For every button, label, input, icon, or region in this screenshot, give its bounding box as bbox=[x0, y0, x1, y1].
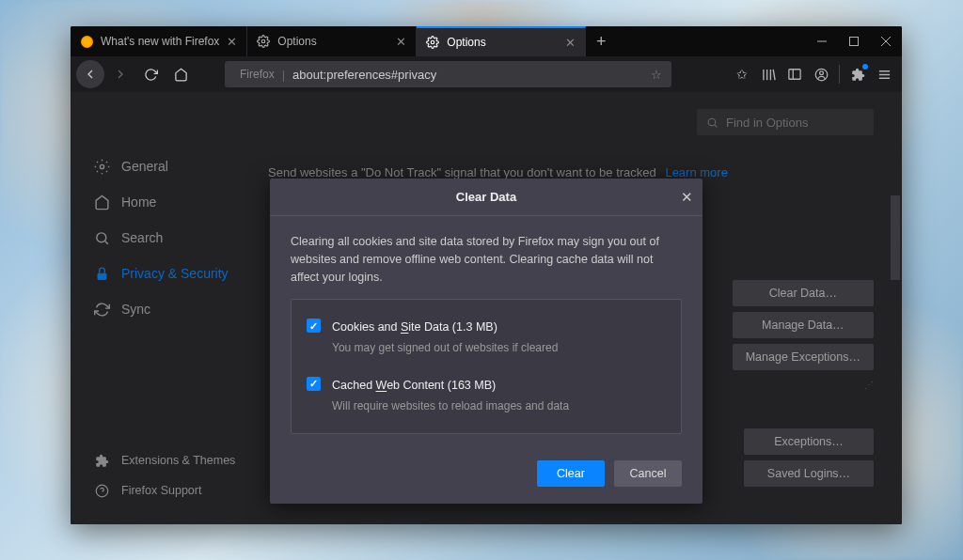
tab-label: Options bbox=[277, 35, 316, 48]
cookies-label: Cookies and Site Data (1.3 MB) bbox=[332, 319, 666, 336]
forward-button[interactable] bbox=[106, 60, 134, 88]
close-icon[interactable]: ✕ bbox=[681, 189, 693, 206]
clear-options-panel: ✓ Cookies and Site Data (1.3 MB) You may… bbox=[291, 299, 682, 434]
cache-checkbox-row[interactable]: ✓ Cached Web Content (163 MB) Will requi… bbox=[307, 371, 666, 420]
modal-overlay: Clear Data ✕ Clearing all cookies and si… bbox=[71, 92, 902, 524]
close-icon[interactable]: ✕ bbox=[565, 36, 576, 50]
tab-label: What's new with Firefox bbox=[101, 35, 219, 48]
identity-label: Firefox bbox=[240, 68, 275, 81]
tabs-row: What's new with Firefox ✕ Options ✕ Opti… bbox=[71, 26, 806, 56]
identity-box[interactable]: Firefox bbox=[234, 68, 275, 81]
cancel-button[interactable]: Cancel bbox=[614, 460, 682, 487]
svg-point-0 bbox=[262, 39, 266, 43]
library-icon[interactable] bbox=[756, 62, 781, 86]
tab-whats-new[interactable]: What's new with Firefox ✕ bbox=[71, 26, 247, 56]
bookmark-star-icon[interactable]: ☆ bbox=[651, 68, 662, 82]
svg-rect-3 bbox=[850, 38, 859, 46]
toolbar: Firefox | about:preferences#privacy ☆ ✩ bbox=[71, 56, 902, 92]
dialog-header: Clear Data ✕ bbox=[270, 179, 703, 216]
dialog-body: Clearing all cookies and site data store… bbox=[270, 216, 703, 447]
checkmark-icon: ✓ bbox=[307, 319, 321, 333]
titlebar: What's new with Firefox ✕ Options ✕ Opti… bbox=[71, 26, 902, 56]
dialog-description: Clearing all cookies and site data store… bbox=[291, 233, 682, 286]
close-button[interactable] bbox=[870, 26, 902, 56]
checkmark-icon: ✓ bbox=[307, 377, 321, 391]
url-bar[interactable]: Firefox | about:preferences#privacy ☆ bbox=[225, 61, 671, 87]
gear-icon bbox=[257, 35, 270, 48]
back-button[interactable] bbox=[76, 60, 104, 88]
svg-point-13 bbox=[819, 70, 823, 74]
svg-line-9 bbox=[773, 69, 775, 79]
menu-icon[interactable] bbox=[872, 62, 896, 86]
tab-options-1[interactable]: Options ✕ bbox=[247, 26, 417, 56]
home-button[interactable] bbox=[166, 60, 195, 88]
svg-rect-10 bbox=[789, 70, 800, 80]
url-text: about:preferences#privacy bbox=[292, 68, 436, 82]
close-icon[interactable]: ✕ bbox=[396, 35, 406, 49]
firefox-icon bbox=[80, 35, 93, 48]
sidebar-icon[interactable] bbox=[782, 62, 807, 86]
account-icon[interactable] bbox=[809, 62, 833, 86]
cache-sublabel: Will require websites to reload images a… bbox=[332, 397, 666, 414]
tab-options-active[interactable]: Options ✕ bbox=[417, 26, 586, 56]
new-tab-button[interactable]: + bbox=[586, 26, 616, 56]
gear-icon bbox=[426, 36, 439, 49]
close-icon[interactable]: ✕ bbox=[227, 35, 237, 49]
window-controls bbox=[806, 26, 902, 56]
firefox-window: What's new with Firefox ✕ Options ✕ Opti… bbox=[71, 26, 902, 524]
toolbar-right: ✩ bbox=[730, 62, 896, 86]
maximize-button[interactable] bbox=[838, 26, 870, 56]
extensions-icon[interactable] bbox=[845, 62, 870, 86]
content-area: General Home Search Privacy & Security S… bbox=[71, 92, 902, 524]
tab-label: Options bbox=[447, 36, 485, 49]
dialog-footer: Clear Cancel bbox=[270, 447, 703, 504]
reload-button[interactable] bbox=[136, 60, 165, 88]
minimize-button[interactable] bbox=[806, 26, 838, 56]
cache-label: Cached Web Content (163 MB) bbox=[332, 377, 666, 395]
svg-point-1 bbox=[432, 40, 435, 44]
pocket-icon[interactable]: ✩ bbox=[730, 62, 754, 86]
cookies-sublabel: You may get signed out of websites if cl… bbox=[332, 339, 666, 356]
dialog-title: Clear Data bbox=[456, 190, 516, 204]
clear-button[interactable]: Clear bbox=[537, 460, 605, 487]
clear-data-dialog: Clear Data ✕ Clearing all cookies and si… bbox=[270, 179, 703, 504]
cookies-checkbox-row[interactable]: ✓ Cookies and Site Data (1.3 MB) You may… bbox=[307, 313, 666, 362]
